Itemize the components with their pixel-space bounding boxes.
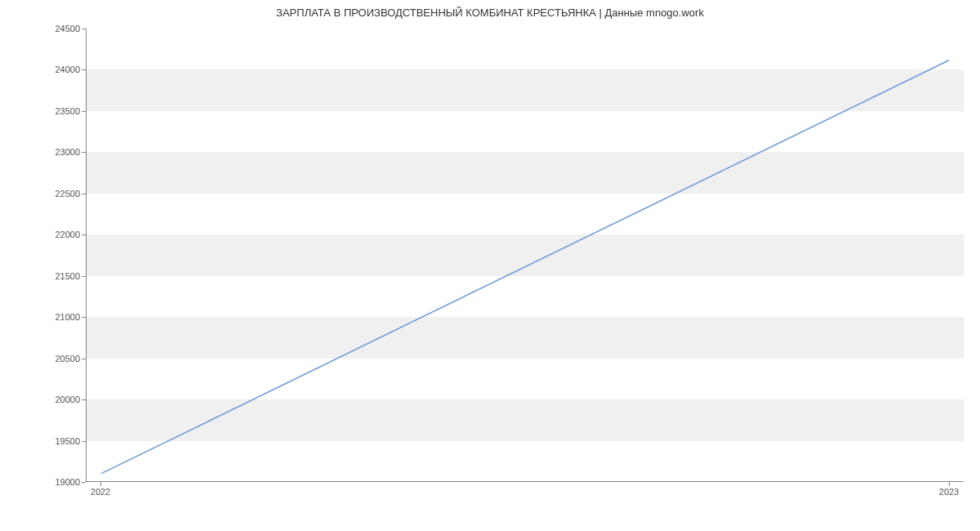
y-tick-mark <box>82 317 86 318</box>
salary-line-chart: ЗАРПЛАТА В ПРОИЗВОДСТВЕННЫЙ КОМБИНАТ КРЕ… <box>0 0 980 531</box>
series-line <box>101 60 949 474</box>
y-tick-label: 23500 <box>7 106 80 116</box>
y-tick-label: 19500 <box>7 436 80 446</box>
y-tick-label: 19000 <box>7 477 80 487</box>
x-tick-label: 2023 <box>939 487 959 497</box>
y-tick-mark <box>82 234 86 235</box>
chart-title: ЗАРПЛАТА В ПРОИЗВОДСТВЕННЫЙ КОМБИНАТ КРЕ… <box>0 7 980 19</box>
y-tick-mark <box>82 29 86 29</box>
y-tick-label: 22500 <box>7 189 80 199</box>
x-tick-mark <box>100 482 101 486</box>
y-tick-label: 21000 <box>7 312 80 322</box>
y-tick-mark <box>82 69 86 70</box>
y-tick-label: 24500 <box>7 24 80 33</box>
y-tick-label: 22000 <box>7 230 80 239</box>
y-tick-mark <box>82 194 86 194</box>
y-tick-label: 23000 <box>7 147 80 157</box>
y-tick-label: 21500 <box>7 271 80 281</box>
y-tick-label: 20500 <box>7 354 80 364</box>
plot-area <box>86 29 964 482</box>
y-tick-mark <box>82 276 86 277</box>
y-tick-mark <box>82 152 86 153</box>
line-layer <box>87 29 964 481</box>
y-tick-mark <box>82 482 86 483</box>
y-tick-label: 24000 <box>7 65 80 74</box>
y-tick-mark <box>82 441 86 442</box>
y-tick-mark <box>82 359 86 359</box>
y-tick-mark <box>82 399 86 400</box>
x-tick-mark <box>949 482 950 486</box>
x-tick-label: 2022 <box>91 487 110 497</box>
y-tick-label: 20000 <box>7 395 80 404</box>
y-tick-mark <box>82 111 86 112</box>
